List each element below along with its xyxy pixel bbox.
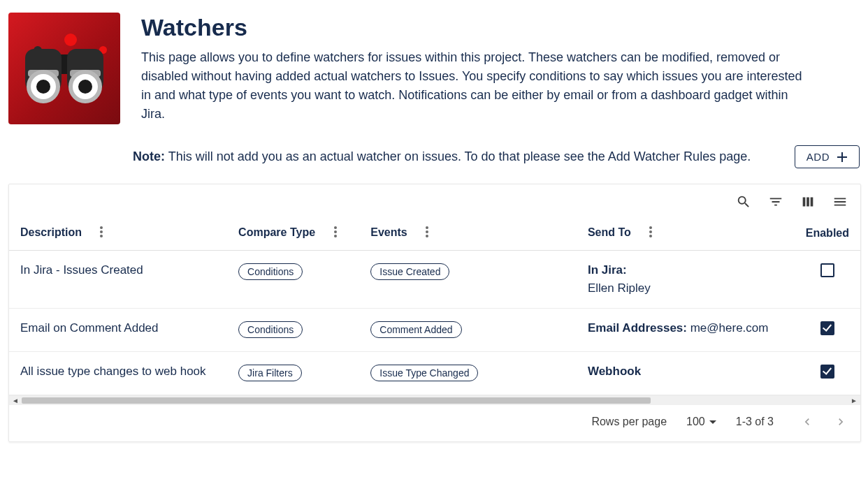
col-compare-type[interactable]: Compare Type [238,226,315,238]
event-chip: Issue Created [370,263,449,280]
rows-per-page-select[interactable]: 100 [686,416,716,428]
note-body: This will not add you as an actual watch… [168,149,751,163]
event-chip: Issue Type Changed [370,365,478,381]
horizontal-scrollbar[interactable]: ◄ ► [9,395,860,405]
col-menu-icon[interactable] [100,226,103,240]
table-row[interactable]: Email on Comment AddedConditionsComment … [9,309,860,352]
compare-type-chip: Conditions [238,321,303,338]
rows-per-page-label: Rows per page [591,416,667,428]
next-page-icon[interactable] [834,415,848,429]
add-button-label: ADD [806,151,830,163]
col-menu-icon[interactable] [649,226,652,240]
compare-type-chip: Conditions [238,263,303,280]
cell-enabled [795,309,860,352]
send-to-label: In Jira: [588,263,627,277]
cell-send-to: In Jira:Ellen Ripley [577,251,795,309]
enabled-checkbox[interactable] [820,365,834,379]
send-to-label: Webhook [588,365,641,378]
cell-enabled [795,352,860,395]
col-description[interactable]: Description [20,226,82,238]
cell-description: In Jira - Issues Created [9,251,227,309]
watchers-table: Description Compare Type Events Sen [9,217,860,395]
cell-compare-type: Conditions [227,309,359,352]
compare-type-chip: Jira Filters [238,365,302,381]
cell-send-to: Webhook [577,352,795,395]
table-row[interactable]: In Jira - Issues CreatedConditionsIssue … [9,251,860,309]
col-menu-icon[interactable] [334,226,337,240]
table-toolbar [9,184,860,217]
cell-enabled [795,251,860,309]
page-title: Watchers [141,14,861,41]
col-enabled[interactable]: Enabled [806,227,849,239]
cell-compare-type: Jira Filters [227,352,359,395]
send-to-value: Ellen Ripley [588,281,783,295]
send-to-value: me@here.com [690,321,769,335]
pagination-range: 1-3 of 3 [736,416,774,428]
add-button[interactable]: ADD [795,145,860,168]
col-menu-icon[interactable] [426,226,428,240]
note-text: Note: This will not add you as an actual… [133,149,751,164]
columns-icon[interactable] [800,194,816,210]
cell-events: Issue Type Changed [359,352,577,395]
enabled-checkbox[interactable] [820,321,834,335]
note-label: Note: [133,149,165,163]
send-to-label: Email Addresses: [588,321,687,335]
enabled-checkbox[interactable] [820,263,834,277]
table-row[interactable]: All issue type changes to web hookJira F… [9,352,860,395]
page-description: This page allows you to define watchers … [141,48,812,124]
cell-description: Email on Comment Added [9,309,227,352]
chevron-down-icon [709,420,716,424]
cell-description: All issue type changes to web hook [9,352,227,395]
col-send-to[interactable]: Send To [588,226,631,238]
cell-send-to: Email Addresses: me@here.com [577,309,795,352]
binoculars-icon [22,46,106,109]
filter-icon[interactable] [768,194,783,210]
cell-events: Comment Added [359,309,577,352]
cell-compare-type: Conditions [227,251,359,309]
col-events[interactable]: Events [370,226,407,238]
rows-per-page-value: 100 [686,416,705,428]
menu-icon[interactable] [832,194,848,210]
plus-icon [837,152,848,163]
prev-page-icon[interactable] [800,415,814,429]
search-icon[interactable] [736,194,751,210]
event-chip: Comment Added [370,321,461,338]
cell-events: Issue Created [359,251,577,309]
app-logo [8,13,120,124]
